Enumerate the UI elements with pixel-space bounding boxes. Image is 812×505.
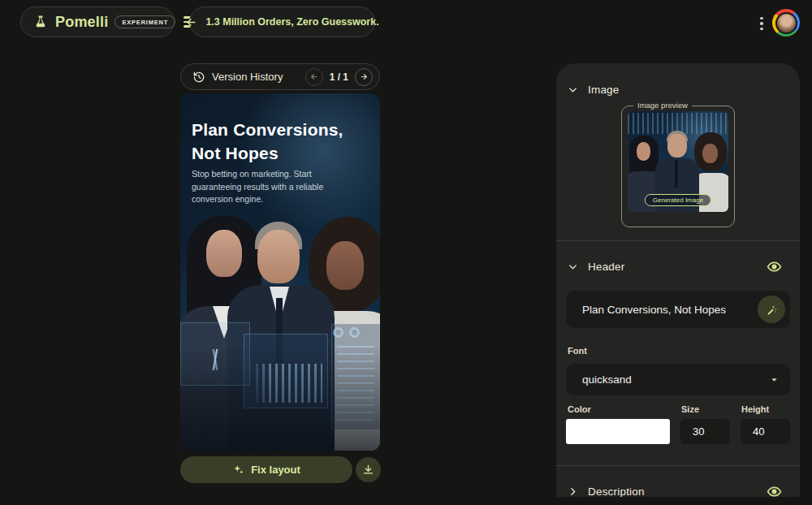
chevron-right-icon[interactable] — [568, 486, 578, 497]
chevron-down-icon[interactable] — [568, 261, 578, 272]
experiment-badge: EXPERIMENT — [114, 15, 175, 28]
size-input[interactable] — [680, 419, 730, 444]
size-label: Size — [681, 404, 699, 414]
height-label: Height — [741, 404, 769, 414]
header-section-header[interactable]: Header — [556, 248, 800, 284]
thumb-person-center-face — [667, 134, 687, 158]
brand-pill: Pomelli EXPERIMENT — [20, 6, 175, 37]
fix-layout-label: Fix layout — [251, 464, 300, 476]
color-label: Color — [568, 404, 591, 414]
header-text-field-wrap — [566, 291, 790, 328]
image-preview-fieldset: Image preview Generated Image — [621, 106, 735, 227]
description-section-header[interactable]: Description — [556, 473, 800, 497]
description-section-title: Description — [588, 486, 645, 498]
back-arrow-icon[interactable] — [185, 16, 197, 28]
properties-panel: Image Image preview Generated Image — [556, 63, 800, 497]
header-visibility-eye-icon[interactable] — [767, 259, 782, 274]
thumb-person-right-face — [702, 144, 718, 163]
description-visibility-eye-icon[interactable] — [767, 484, 782, 498]
poster-canvas[interactable]: Plan Conversions, Not Hopes Stop betting… — [180, 93, 380, 451]
magic-wand-icon — [766, 304, 778, 316]
height-input[interactable] — [741, 419, 790, 444]
section-divider — [556, 240, 800, 241]
overflow-menu-icon[interactable] — [755, 14, 768, 33]
font-label: Font — [568, 346, 587, 356]
image-preview-thumbnail[interactable]: Generated Image — [628, 111, 728, 212]
version-history-label: Version History — [212, 71, 283, 83]
chevron-down-icon[interactable] — [568, 84, 578, 95]
app-window: Pomelli EXPERIMENT 1.3 Million Orders, Z… — [0, 0, 812, 505]
version-page-indicator: 1 / 1 — [330, 71, 348, 83]
version-history-bar: Version History 1 / 1 — [180, 63, 380, 90]
download-button[interactable] — [356, 457, 381, 482]
section-divider — [556, 465, 800, 466]
pomelli-flask-icon — [32, 14, 49, 30]
overlay-donut-charts — [333, 327, 360, 338]
thumb-person-left-face — [637, 142, 650, 161]
person-left-face — [206, 230, 242, 277]
download-icon — [362, 464, 374, 476]
person-right-face — [326, 241, 364, 290]
image-section-title: Image — [588, 84, 620, 96]
generated-image-badge: Generated Image — [645, 194, 711, 206]
previous-version-button[interactable] — [305, 68, 323, 86]
image-preview-legend: Image preview — [633, 101, 692, 110]
header-section-title: Header — [588, 261, 624, 273]
next-version-button[interactable] — [355, 68, 373, 86]
poster-bottom-fade — [180, 345, 380, 451]
avatar[interactable] — [772, 9, 800, 37]
caret-down-icon — [770, 373, 779, 387]
color-swatch-input[interactable] — [566, 419, 670, 444]
rewrite-wand-button[interactable] — [758, 296, 785, 323]
sparkle-icon — [232, 464, 244, 476]
fix-layout-button[interactable]: Fix layout — [180, 456, 352, 483]
font-select-value: quicksand — [582, 373, 632, 386]
campaign-pill[interactable]: 1.3 Million Orders, Zero Guesswork. — [189, 6, 375, 37]
font-select[interactable]: quicksand — [566, 364, 790, 395]
app-title: Pomelli — [55, 14, 108, 31]
poster-subtext: Stop betting on marketing. Start guarant… — [192, 168, 358, 206]
avatar-photo — [775, 12, 797, 34]
campaign-title: 1.3 Million Orders, Zero Guesswork. — [205, 16, 378, 28]
person-center-face — [257, 230, 300, 283]
header-text-input[interactable] — [582, 304, 758, 316]
history-icon — [192, 71, 205, 84]
thumb-person-center-tie — [675, 160, 678, 188]
poster-headline: Plan Conversions, Not Hopes — [192, 118, 369, 165]
